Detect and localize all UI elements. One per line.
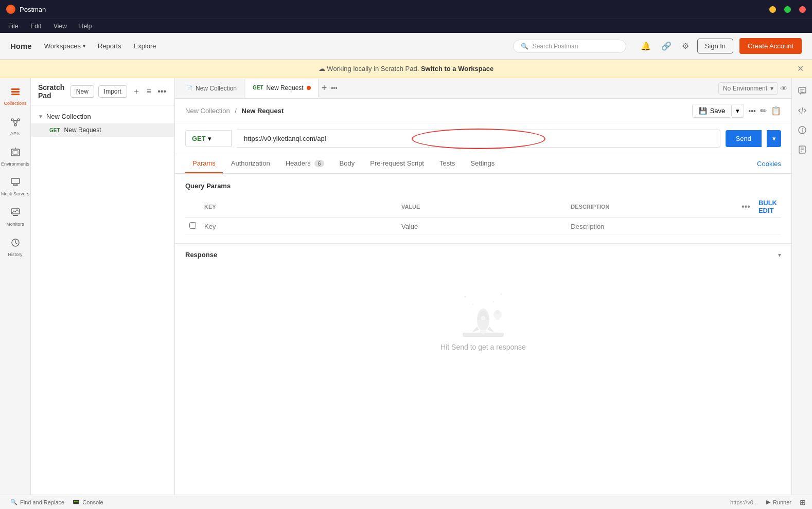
req-tab-tests[interactable]: Tests — [432, 154, 462, 173]
svg-rect-13 — [11, 178, 20, 184]
right-code-button[interactable] — [792, 102, 812, 119]
send-button[interactable]: Send — [726, 130, 762, 147]
tab-new-request-label: New Request — [267, 84, 304, 92]
request-item[interactable]: GET New Request — [31, 123, 174, 137]
method-text: GET — [192, 135, 206, 142]
console-item[interactable]: 📟 Console — [68, 499, 107, 505]
req-tab-settings[interactable]: Settings — [463, 154, 502, 173]
monitors-label: Monitors — [6, 222, 24, 227]
svg-rect-0 — [11, 88, 20, 90]
svg-point-22 — [481, 316, 486, 321]
reports-link[interactable]: Reports — [98, 42, 121, 50]
query-params-section: Query Params KEY VALUE DESCRIPTION ••• — [175, 174, 791, 243]
svg-rect-18 — [13, 215, 18, 216]
right-panel — [791, 78, 812, 495]
find-replace-item[interactable]: 🔍 Find and Replace — [6, 499, 68, 505]
right-info-button[interactable] — [792, 121, 812, 139]
svg-rect-14 — [13, 185, 18, 186]
params-checkbox[interactable] — [189, 222, 196, 229]
req-tab-pre-request-script[interactable]: Pre-request Script — [363, 154, 431, 173]
params-more-button[interactable]: ••• — [742, 202, 750, 211]
save-button[interactable]: 💾 Save — [692, 104, 732, 118]
switch-workspace-link[interactable]: Switch to a Workspace — [421, 65, 493, 72]
req-tab-headers[interactable]: Headers 6 — [278, 154, 331, 173]
menu-edit[interactable]: Edit — [28, 22, 43, 31]
req-tab-body[interactable]: Body — [332, 154, 362, 173]
tab-new-request[interactable]: GET New Request — [245, 79, 319, 98]
params-value-input[interactable] — [401, 223, 562, 230]
new-button[interactable]: New — [70, 85, 94, 98]
minimize-button[interactable]: − — [769, 6, 776, 13]
edit-button[interactable]: ✏ — [760, 106, 767, 116]
app-name: Postman — [20, 6, 46, 13]
url-input[interactable] — [237, 130, 720, 148]
environment-selector[interactable]: No Environment ▾ 👁 — [718, 82, 787, 95]
notifications-icon[interactable]: 🔔 — [639, 39, 653, 53]
settings-icon[interactable]: ⚙ — [680, 39, 691, 53]
response-area: Response ▾ — [175, 243, 791, 380]
sidebar-item-monitors[interactable]: Monitors — [0, 203, 30, 231]
req-tab-authorization[interactable]: Authorization — [224, 154, 277, 173]
unsaved-indicator — [307, 86, 311, 90]
eye-icon[interactable]: 👁 — [780, 84, 787, 93]
sidebar-item-mock-servers[interactable]: Mock Servers — [0, 173, 30, 201]
sidebar-item-history[interactable]: History — [0, 233, 30, 262]
menu-file[interactable]: File — [6, 22, 20, 31]
more-actions-button[interactable]: ••• — [748, 107, 756, 115]
save-dropdown-button[interactable]: ▾ — [732, 104, 744, 118]
environments-label: Environments — [1, 161, 29, 167]
env-label: No Environment — [723, 85, 767, 92]
svg-point-4 — [11, 119, 13, 121]
request-area: New Collection / New Request 💾 Save ▾ ••… — [175, 99, 791, 495]
runner-button[interactable]: ▶ Runner — [762, 499, 796, 505]
layout-toggle-button[interactable]: ⊞ — [800, 498, 806, 506]
close-button[interactable]: ✕ — [799, 6, 806, 13]
add-tab-button[interactable]: + — [322, 83, 327, 94]
explore-link[interactable]: Explore — [134, 42, 156, 50]
response-header: Response ▾ — [185, 244, 781, 266]
response-chevron[interactable]: ▾ — [778, 251, 781, 259]
tab-new-collection[interactable]: 📄 New Collection — [179, 79, 244, 98]
import-button[interactable]: Import — [98, 85, 127, 98]
right-comments-button[interactable] — [792, 82, 812, 100]
history-icon — [10, 238, 21, 250]
tabs-bar: 📄 New Collection GET New Request + ••• N… — [175, 78, 791, 99]
params-key-input[interactable] — [204, 223, 393, 230]
panel-more-icon[interactable]: ••• — [156, 86, 167, 97]
description-button[interactable]: 📋 — [771, 106, 781, 116]
home-link[interactable]: Home — [10, 42, 32, 50]
collection-item[interactable]: ▼ New Collection — [31, 110, 174, 123]
breadcrumb-parent[interactable]: New Collection — [185, 107, 230, 115]
url-input-wrapper — [237, 130, 720, 148]
panel-add-icon[interactable]: ＋ — [131, 85, 142, 98]
svg-point-29 — [472, 304, 473, 305]
sidebar-item-apis[interactable]: APIs — [0, 113, 30, 141]
workspaces-menu[interactable]: Workspaces ▾ — [44, 42, 85, 50]
environments-icon — [10, 147, 21, 160]
panel-filter-icon[interactable]: ≡ — [146, 86, 152, 97]
runner-label: Runner — [773, 499, 791, 505]
sign-in-button[interactable]: Sign In — [697, 39, 733, 53]
maximize-button[interactable]: □ — [784, 6, 791, 13]
sidebar-item-collections[interactable]: Collections — [0, 82, 30, 111]
create-account-button[interactable]: Create Account — [739, 38, 802, 54]
bulk-edit-button[interactable]: Bulk Edit — [758, 199, 777, 214]
right-docs-button[interactable] — [792, 141, 812, 158]
sidebar-item-environments[interactable]: Environments — [0, 143, 30, 171]
more-tabs-button[interactable]: ••• — [331, 85, 338, 92]
cookies-link[interactable]: Cookies — [757, 160, 781, 168]
top-navigation: Home Workspaces ▾ Reports Explore 🔍 Sear… — [0, 33, 812, 60]
params-desc-input[interactable] — [571, 223, 733, 230]
search-placeholder: Search Postman — [533, 43, 578, 50]
menu-view[interactable]: View — [51, 22, 69, 31]
req-tab-params[interactable]: Params — [185, 154, 223, 173]
banner-close-button[interactable]: ✕ — [797, 64, 804, 74]
bulk-edit-col-header: Bulk Edit — [754, 196, 781, 218]
sync-icon[interactable]: 🔗 — [659, 39, 674, 53]
titlebar: Postman − □ ✕ — [0, 0, 812, 19]
search-bar[interactable]: 🔍 Search Postman — [513, 40, 626, 53]
svg-point-12 — [15, 148, 16, 149]
menu-help[interactable]: Help — [77, 22, 94, 31]
method-selector[interactable]: GET ▾ — [185, 130, 232, 147]
send-dropdown-button[interactable]: ▾ — [767, 130, 781, 147]
